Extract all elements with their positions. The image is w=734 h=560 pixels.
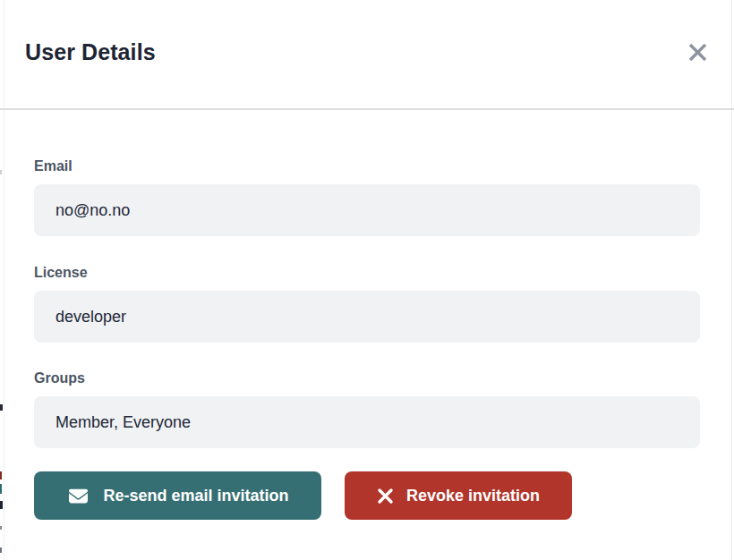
- page-right-edge: [731, 0, 732, 560]
- revoke-invitation-label: Revoke invitation: [406, 487, 540, 505]
- backdrop-artifact: [0, 170, 2, 174]
- email-label: Email: [34, 158, 73, 174]
- user-details-modal: User Details Email no@no.no License deve…: [0, 0, 734, 560]
- close-button[interactable]: [685, 39, 710, 64]
- backdrop-artifact: [0, 471, 2, 479]
- modal-left-edge: [4, 0, 4, 560]
- header-divider: [0, 108, 734, 110]
- backdrop-artifact: [0, 547, 2, 553]
- revoke-invitation-button[interactable]: Revoke invitation: [345, 471, 572, 520]
- envelope-icon: [66, 487, 90, 505]
- backdrop-artifact: [0, 501, 3, 509]
- license-value: developer: [55, 308, 126, 327]
- backdrop-artifact: [0, 404, 3, 411]
- backdrop-artifact: [0, 526, 2, 530]
- close-icon: [687, 42, 708, 63]
- email-field[interactable]: no@no.no: [34, 184, 700, 236]
- license-label: License: [34, 265, 88, 281]
- x-icon: [377, 488, 394, 505]
- backdrop-artifact: [0, 484, 2, 494]
- license-field[interactable]: developer: [34, 291, 700, 343]
- groups-label: Groups: [34, 370, 85, 386]
- groups-field[interactable]: Member, Everyone: [34, 396, 700, 448]
- page-title: User Details: [25, 39, 156, 65]
- groups-value: Member, Everyone: [55, 413, 191, 432]
- email-value: no@no.no: [55, 201, 130, 220]
- resend-email-invitation-label: Re-send email invitation: [103, 487, 288, 505]
- resend-email-invitation-button[interactable]: Re-send email invitation: [34, 471, 321, 520]
